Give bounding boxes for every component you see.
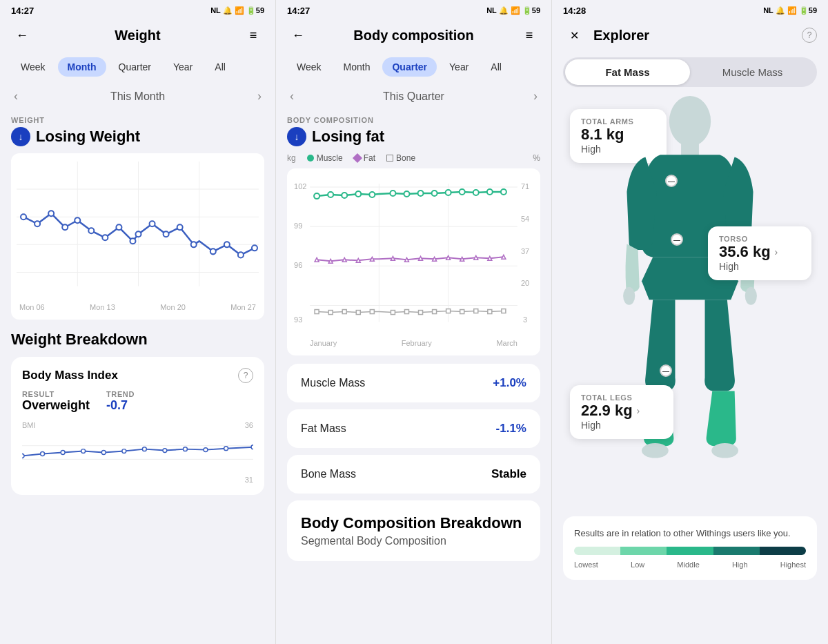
svg-text:96: 96 (294, 261, 302, 269)
svg-point-57 (355, 191, 361, 197)
svg-text:54: 54 (521, 215, 529, 223)
svg-marker-78 (460, 257, 464, 261)
svg-point-28 (41, 451, 45, 456)
bmi-chart: BMI 36 (22, 421, 253, 484)
status-bar-2: 14:27 NL 🔔 📶 🔋59 (276, 0, 551, 19)
svg-point-8 (34, 221, 40, 226)
svg-rect-85 (356, 311, 360, 315)
legs-chevron-icon[interactable]: › (637, 405, 640, 416)
legend-lowest (574, 547, 620, 555)
composition-chart: 102 99 96 93 71 54 37 20 3 (287, 168, 540, 355)
svg-marker-70 (342, 257, 346, 262)
muscle-mass-item: Muscle Mass +1.0% (287, 364, 540, 402)
svg-point-96 (669, 96, 711, 146)
legend-fat: Fat (354, 153, 375, 163)
legend-highest (760, 547, 806, 555)
tab-week-1[interactable]: Week (11, 57, 55, 77)
section-title-1: ↓ Losing Weight (0, 126, 275, 153)
svg-marker-68 (315, 257, 319, 262)
svg-marker-75 (419, 256, 423, 260)
period-title-1: This Month (110, 90, 165, 103)
bmi-card: Body Mass Index ? RESULT Overweight TREN… (11, 357, 264, 495)
svg-point-34 (163, 448, 167, 452)
svg-marker-72 (370, 257, 374, 261)
period-nav-2: ‹ This Quarter › (276, 84, 551, 109)
period-title-2: This Quarter (383, 90, 444, 103)
bmi-trend-col: TREND -0.7 (106, 390, 135, 413)
svg-rect-83 (328, 311, 333, 315)
legend-bar-colors (574, 547, 806, 555)
svg-point-15 (130, 238, 135, 244)
tab-bar-2: Week Month Quarter Year All (276, 53, 551, 84)
time-1: 14:27 (11, 6, 34, 16)
status-bar-3: 14:28 NL 🔔 📶 🔋59 (552, 0, 828, 19)
close-button[interactable]: ✕ (563, 24, 585, 46)
tab-all-2[interactable]: All (481, 57, 511, 77)
svg-marker-77 (446, 255, 451, 260)
status-icons-2: NL 🔔 📶 🔋59 (486, 6, 540, 15)
svg-point-13 (102, 235, 108, 240)
explorer-help-icon[interactable]: ? (802, 28, 817, 43)
svg-point-11 (75, 217, 80, 223)
tab-all-1[interactable]: All (205, 57, 235, 77)
breakdown-card-2: Body Composition Breakdown Segmental Bod… (287, 500, 540, 561)
trend-icon-2: ↓ (287, 127, 306, 146)
svg-point-31 (101, 450, 106, 454)
tab-year-2[interactable]: Year (440, 57, 478, 77)
comp-chart-x-labels: January February March (293, 339, 535, 347)
comp-items-container: Muscle Mass +1.0% Fat Mass -1.1% Bone Ma… (276, 364, 551, 494)
fat-mass-item: Fat Mass -1.1% (287, 409, 540, 448)
back-button-1[interactable]: ← (11, 24, 33, 46)
menu-button-2[interactable]: ≡ (518, 24, 540, 46)
torso-value-row: 35.6 kg › (719, 243, 800, 261)
svg-point-37 (224, 446, 228, 450)
svg-point-100 (642, 443, 669, 458)
period-prev-1[interactable]: ‹ (14, 89, 18, 104)
status-icons-1: NL 🔔 📶 🔋59 (210, 6, 264, 15)
back-button-2[interactable]: ← (287, 24, 309, 46)
tab-bar-1: Week Month Quarter Year All (0, 53, 275, 84)
svg-point-22 (224, 242, 230, 247)
time-3: 14:28 (563, 6, 586, 16)
svg-marker-79 (474, 255, 478, 260)
bmi-help-icon[interactable]: ? (238, 368, 253, 383)
period-next-2[interactable]: › (533, 89, 538, 104)
svg-marker-80 (488, 256, 492, 260)
body-composition-panel: 14:27 NL 🔔 📶 🔋59 ← Body composition ≡ We… (276, 0, 552, 644)
explorer-header: ✕ Explorer ? (552, 19, 828, 53)
tab-week-2[interactable]: Week (287, 57, 331, 77)
legend-bone: Bone (386, 153, 415, 163)
tab-month-2[interactable]: Month (334, 57, 380, 77)
svg-point-10 (62, 224, 68, 230)
tab-year-1[interactable]: Year (164, 57, 202, 77)
svg-point-54 (314, 193, 319, 199)
fat-mass-toggle[interactable]: Fat Mass (565, 59, 690, 85)
legend-bar-text: Results are in relation to other Withing… (574, 527, 806, 540)
svg-text:102: 102 (294, 182, 306, 191)
torso-chevron-icon[interactable]: › (775, 246, 778, 257)
weight-chart: Mon 06 Mon 13 Mon 20 Mon 27 (11, 153, 264, 320)
muscle-mass-toggle[interactable]: Muscle Mass (690, 59, 815, 85)
section-label-1: WEIGHT (0, 109, 275, 126)
title-2: Body composition (317, 28, 510, 43)
tab-quarter-1[interactable]: Quarter (109, 57, 161, 77)
legend-bar-container: Results are in relation to other Withing… (563, 516, 817, 580)
period-prev-2[interactable]: ‹ (290, 89, 294, 104)
trend-icon-1: ↓ (11, 127, 30, 146)
svg-point-60 (404, 191, 409, 197)
tab-month-1[interactable]: Month (58, 57, 106, 77)
title-1: Weight (41, 28, 234, 43)
svg-point-65 (473, 190, 479, 195)
svg-marker-81 (502, 255, 506, 259)
tab-quarter-2[interactable]: Quarter (382, 57, 437, 77)
torso-connector: — (671, 233, 683, 246)
svg-rect-91 (446, 309, 451, 313)
legend-low (620, 547, 667, 555)
content-1: WEIGHT ↓ Losing Weight (0, 109, 275, 644)
svg-text:71: 71 (521, 182, 529, 191)
bone-mass-item: Bone Mass Stable (287, 455, 540, 494)
svg-point-38 (251, 445, 253, 449)
time-2: 14:27 (287, 6, 310, 16)
period-next-1[interactable]: › (257, 89, 262, 104)
menu-button-1[interactable]: ≡ (242, 24, 264, 46)
